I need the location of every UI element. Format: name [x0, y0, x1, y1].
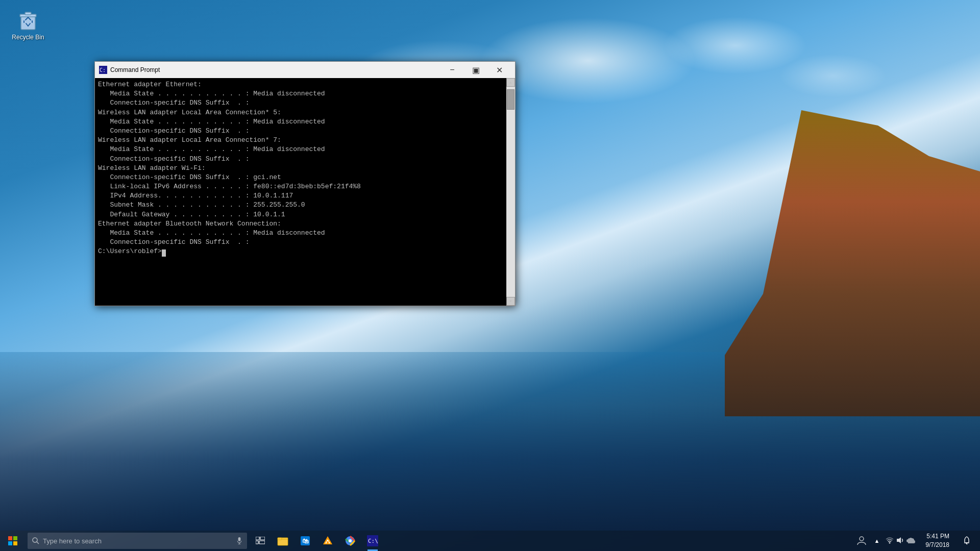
- notification-icon: [963, 536, 971, 545]
- cmd-line: Connection-specific DNS Suffix . :: [98, 155, 512, 164]
- svg-rect-24: [327, 541, 329, 543]
- svg-rect-14: [256, 537, 259, 540]
- scroll-track[interactable]: [506, 87, 515, 297]
- cmd-line: Media State . . . . . . . . . . . : Medi…: [98, 89, 512, 98]
- cmd-line: Subnet Mask . . . . . . . . . . . : 255.…: [98, 201, 512, 210]
- cmd-line: C:\Users\roblef>: [98, 247, 512, 256]
- volume-tray-icon[interactable]: [896, 537, 904, 545]
- svg-rect-11: [238, 537, 241, 541]
- cmd-app-icon: C:: [99, 66, 107, 74]
- svg-rect-17: [259, 541, 265, 544]
- task-view-button[interactable]: [249, 531, 272, 551]
- cmd-title-text: Command Prompt: [110, 66, 440, 73]
- cmd-line: Connection-specific DNS Suffix . :: [98, 98, 512, 108]
- volume-icon: [896, 537, 904, 544]
- task-view-icon: [256, 537, 265, 545]
- people-button[interactable]: [851, 531, 872, 551]
- tray-icons: [881, 537, 919, 545]
- search-bar[interactable]: [28, 533, 247, 549]
- vlc-icon: [322, 535, 333, 546]
- close-button[interactable]: ✕: [487, 62, 511, 78]
- taskbar-app-store[interactable]: 🛍: [294, 531, 316, 551]
- network-tray-icon[interactable]: [886, 537, 894, 545]
- clock[interactable]: 5:41 PM 9/7/2018: [919, 531, 955, 551]
- cmd-line: Link-local IPv6 Address . . . . . : fe80…: [98, 182, 512, 191]
- cmd-line: Connection-specific DNS Suffix . :: [98, 238, 512, 247]
- cmd-line: Media State . . . . . . . . . . . : Medi…: [98, 117, 512, 127]
- cmd-line: Wireless LAN adapter Local Area Connecti…: [98, 108, 512, 117]
- svg-rect-0: [21, 16, 35, 30]
- microphone-icon: [236, 537, 243, 544]
- scroll-thumb[interactable]: [507, 89, 514, 110]
- file-explorer-icon: [277, 535, 288, 546]
- svg-line-35: [966, 543, 967, 544]
- recycle-bin-icon[interactable]: Recycle Bin: [8, 5, 48, 43]
- cmd-line: Ethernet adapter Bluetooth Network Conne…: [98, 219, 512, 229]
- cmd-window: C: Command Prompt − ▣ ✕ Ethernet adapter…: [94, 61, 516, 306]
- svg-point-32: [889, 542, 891, 543]
- svg-rect-8: [13, 541, 17, 545]
- svg-point-31: [860, 537, 864, 541]
- recycle-bin-svg: [16, 7, 40, 32]
- svg-rect-6: [13, 536, 17, 540]
- svg-rect-5: [8, 536, 12, 540]
- svg-point-9: [33, 538, 37, 542]
- cmd-output: Ethernet adapter Ethernet: Media State .…: [98, 80, 512, 257]
- svg-text:C:: C:: [100, 67, 106, 73]
- search-input[interactable]: [43, 537, 233, 545]
- tray-overflow-arrow[interactable]: ▲: [872, 538, 881, 544]
- system-tray: ▲: [851, 531, 980, 551]
- chrome-icon: [345, 535, 356, 546]
- cmd-line: Wireless LAN adapter Wi-Fi:: [98, 164, 512, 173]
- svg-line-10: [37, 542, 39, 544]
- taskbar-app-cmd[interactable]: C:\: [361, 531, 384, 551]
- svg-rect-2: [25, 12, 31, 15]
- cmd-taskbar-icon: C:\: [367, 535, 378, 546]
- svg-text:C:\: C:\: [368, 538, 378, 544]
- recycle-bin-label: Recycle Bin: [12, 34, 44, 41]
- wifi-icon: [886, 537, 894, 544]
- maximize-button[interactable]: ▣: [464, 62, 487, 78]
- scroll-up-arrow[interactable]: ▲: [506, 78, 515, 87]
- svg-text:🛍: 🛍: [302, 537, 309, 545]
- svg-rect-15: [260, 537, 265, 540]
- taskbar: 🛍: [0, 531, 980, 551]
- water-reflection: [0, 352, 980, 531]
- cmd-line: Media State . . . . . . . . . . . : Medi…: [98, 145, 512, 154]
- search-icon: [32, 537, 40, 545]
- taskbar-app-chrome[interactable]: [339, 531, 361, 551]
- svg-rect-19: [278, 538, 282, 540]
- onedrive-tray-icon[interactable]: [906, 537, 915, 545]
- taskbar-app-vlc[interactable]: [316, 531, 339, 551]
- cmd-scrollbar[interactable]: ▲ ▼: [506, 78, 515, 306]
- cmd-titlebar: C: Command Prompt − ▣ ✕: [95, 62, 515, 78]
- cmd-line: IPv4 Address. . . . . . . . . . . : 10.0…: [98, 191, 512, 201]
- windows-logo-icon: [8, 536, 17, 545]
- desktop: Recycle Bin C: Command Prompt − ▣ ✕ Ethe…: [0, 0, 980, 551]
- scroll-down-arrow[interactable]: ▼: [506, 297, 515, 306]
- cmd-line: Default Gateway . . . . . . . . . : 10.0…: [98, 210, 512, 219]
- notification-button[interactable]: [955, 531, 978, 551]
- people-icon: [856, 536, 867, 546]
- clock-date: 9/7/2018: [925, 541, 949, 549]
- titlebar-buttons: − ▣ ✕: [440, 62, 511, 78]
- cmd-line: Wireless LAN adapter Local Area Connecti…: [98, 136, 512, 145]
- start-button[interactable]: [0, 531, 26, 551]
- cmd-line: Connection-specific DNS Suffix . :: [98, 127, 512, 136]
- cmd-line: Ethernet adapter Ethernet:: [98, 80, 512, 89]
- store-icon: 🛍: [300, 535, 311, 546]
- cmd-line: Media State . . . . . . . . . . . : Medi…: [98, 229, 512, 238]
- svg-rect-16: [256, 541, 258, 544]
- minimize-button[interactable]: −: [440, 62, 464, 78]
- cloud-icon: [906, 537, 915, 543]
- cmd-line: Connection-specific DNS Suffix . : gci.n…: [98, 173, 512, 182]
- cmd-cursor: [162, 249, 166, 257]
- clock-time: 5:41 PM: [926, 532, 949, 541]
- svg-point-28: [349, 539, 352, 542]
- cmd-content[interactable]: Ethernet adapter Ethernet: Media State .…: [95, 78, 515, 306]
- taskbar-app-file-explorer[interactable]: [272, 531, 294, 551]
- svg-marker-33: [897, 537, 901, 543]
- svg-rect-7: [8, 541, 12, 545]
